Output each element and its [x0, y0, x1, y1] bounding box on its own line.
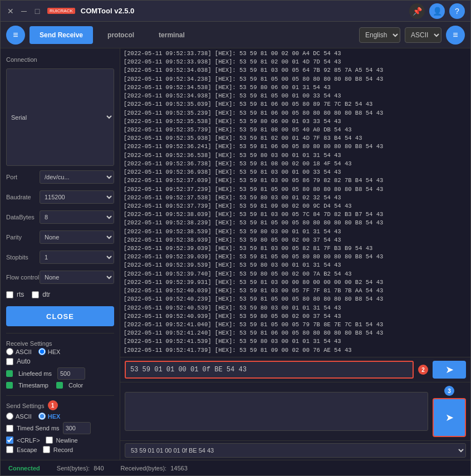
- send-hex-radio[interactable]: [38, 413, 46, 420]
- right-panel: [2022-05-11 09:52:33.738] [HEX]: 53 59 8…: [120, 48, 470, 460]
- sent-label: Sent(bytes):: [57, 465, 90, 472]
- dtr-checkbox[interactable]: [32, 291, 39, 298]
- titlebar-left: ✕ ─ □ RUICRACK COMTool v2.5.0: [6, 7, 134, 16]
- record-checkbox[interactable]: [43, 446, 50, 453]
- linefeed-input[interactable]: [57, 367, 85, 380]
- log-line: [2022-05-11 09:52:40.239] [HEX]: 53 59 8…: [124, 295, 467, 303]
- terminal-tab[interactable]: terminal: [149, 26, 195, 44]
- receive-hex-label: HEX: [48, 349, 61, 355]
- log-line: [2022-05-11 09:52:37.239] [HEX]: 53 59 8…: [124, 185, 467, 194]
- newline-checkbox-row: Newline: [46, 436, 78, 444]
- titlebar: ✕ ─ □ RUICRACK COMTool v2.5.0 📌 👤 ?: [1, 1, 470, 22]
- send-textarea[interactable]: [125, 392, 428, 431]
- titlebar-right: 📌 👤 ?: [409, 3, 465, 19]
- connection-type-select[interactable]: Serial: [6, 68, 114, 166]
- menu-button[interactable]: ≡: [6, 26, 25, 45]
- port-select[interactable]: /dev/cu...: [40, 170, 114, 184]
- baudrate-label: Baudrate: [6, 194, 40, 200]
- newline-checkbox[interactable]: [46, 436, 53, 444]
- rts-checkbox[interactable]: [6, 291, 13, 298]
- menu-right-button[interactable]: ≡: [446, 26, 465, 45]
- close-window-button[interactable]: ✕: [6, 7, 15, 16]
- parity-select[interactable]: None: [40, 230, 114, 244]
- log-line: [2022-05-11 09:52:39.740] [HEX]: 53 59 8…: [124, 270, 467, 278]
- hex-input[interactable]: [125, 361, 414, 379]
- sent-value: 840: [94, 465, 104, 472]
- protocol-tab[interactable]: protocol: [97, 26, 144, 44]
- stopbits-select[interactable]: 1: [40, 251, 114, 264]
- receive-hex-radio[interactable]: [38, 348, 46, 355]
- log-line: [2022-05-11 09:52:37.039] [HEX]: 53 59 8…: [124, 176, 467, 185]
- received-value: 14563: [170, 465, 188, 472]
- language-select[interactable]: English: [359, 27, 400, 43]
- port-label: Port: [6, 174, 40, 180]
- close-connection-button[interactable]: CLOSE: [6, 306, 114, 326]
- databytes-label: DataBytes: [6, 214, 40, 220]
- menu-icon: ≡: [13, 30, 18, 40]
- escape-checkbox-row: Escape: [6, 446, 37, 453]
- escape-checkbox[interactable]: [6, 446, 13, 453]
- log-line: [2022-05-11 09:52:35.039] [HEX]: 53 59 8…: [124, 100, 467, 109]
- flowcontrol-select[interactable]: None: [40, 271, 114, 284]
- linefeed-value-row: Linefeed ms: [6, 367, 114, 380]
- log-line: [2022-05-11 09:52:37.538] [HEX]: 53 59 8…: [124, 194, 467, 202]
- send-hex-label: HEX: [48, 413, 61, 420]
- receive-settings-section: Receive Settings ASCII HEX Auto: [6, 333, 114, 389]
- auto-checkbox[interactable]: [6, 358, 13, 365]
- stopbits-row: Stopbits 1: [6, 251, 114, 264]
- user-icon[interactable]: 👤: [429, 3, 445, 19]
- minimize-window-button[interactable]: ─: [19, 7, 28, 16]
- stopbits-label: Stopbits: [6, 254, 40, 261]
- receive-ascii-label: ASCII: [16, 349, 32, 355]
- baudrate-select[interactable]: 115200: [40, 190, 114, 204]
- log-line: [2022-05-11 09:52:40.539] [HEX]: 53 59 8…: [124, 304, 467, 312]
- timestamp-color-row: Timestamp Color: [6, 382, 114, 389]
- log-line: [2022-05-11 09:52:38.939] [HEX]: 53 59 8…: [124, 236, 467, 244]
- log-line: [2022-05-11 09:52:40.039] [HEX]: 53 59 8…: [124, 287, 467, 295]
- log-line: [2022-05-11 09:52:39.931] [HEX]: 53 59 8…: [124, 278, 467, 287]
- timed-send-row: Timed Send ms: [6, 422, 114, 434]
- rts-checkbox-row: rts: [6, 291, 24, 298]
- log-line: [2022-05-11 09:52:38.039] [HEX]: 53 59 8…: [124, 210, 467, 219]
- timed-send-input[interactable]: [63, 422, 91, 434]
- dtr-checkbox-row: dtr: [32, 291, 50, 298]
- log-line: [2022-05-11 09:52:39.539] [HEX]: 53 59 8…: [124, 261, 467, 269]
- received-label: Received(bytes):: [121, 465, 167, 472]
- rts-label: rts: [17, 291, 24, 298]
- log-line: [2022-05-11 09:52:41.739] [HEX]: 53 59 8…: [124, 346, 467, 355]
- log-line: [2022-05-11 09:52:34.938] [HEX]: 53 59 8…: [124, 92, 467, 100]
- crlf-checkbox[interactable]: [6, 436, 13, 444]
- send-settings-badge-1: 1: [48, 400, 58, 410]
- pin-icon[interactable]: 📌: [409, 3, 425, 19]
- menu-right-icon: ≡: [453, 30, 458, 40]
- escape-record-row: Escape Record: [6, 446, 114, 454]
- port-row: Port /dev/cu...: [6, 170, 114, 184]
- timestamp-label: Timestamp: [18, 382, 48, 389]
- send-receive-tab[interactable]: Send Receive: [30, 26, 93, 44]
- receive-ascii-radio[interactable]: [6, 348, 13, 355]
- history-select[interactable]: 53 59 01 01 00 01 0f BE 54 43: [125, 443, 466, 458]
- send-ascii-radio[interactable]: [6, 413, 13, 420]
- send-top-button[interactable]: ➤: [433, 361, 466, 379]
- newline-label: Newline: [56, 437, 78, 444]
- databytes-select[interactable]: 8: [40, 210, 114, 224]
- timed-send-checkbox[interactable]: [6, 425, 13, 432]
- connection-status: Connected: [8, 465, 40, 472]
- timed-send-label: Timed Send ms: [17, 425, 60, 431]
- flowcontrol-label: Flow control: [6, 274, 40, 281]
- log-line: [2022-05-11 09:52:38.239] [HEX]: 53 59 8…: [124, 219, 467, 227]
- encoding-select[interactable]: ASCII: [405, 27, 441, 43]
- crlf-checkbox-row: <CRLF>: [6, 436, 40, 444]
- send-ascii-label: ASCII: [16, 413, 32, 420]
- titlebar-controls: ✕ ─ □: [6, 7, 42, 16]
- send-format-radio-group: ASCII HEX: [6, 413, 114, 420]
- maximize-window-button[interactable]: □: [33, 7, 42, 16]
- bottom-dropdown-row: 53 59 01 01 00 01 0f BE 54 43: [120, 440, 470, 460]
- log-line: [2022-05-11 09:52:34.538] [HEX]: 53 59 8…: [124, 84, 467, 92]
- parity-label: Parity: [6, 234, 40, 241]
- send-main-button[interactable]: ➤: [433, 398, 466, 437]
- log-line: [2022-05-11 09:52:39.039] [HEX]: 53 59 8…: [124, 244, 467, 253]
- linefeed-label: Linefeed ms: [18, 370, 52, 377]
- help-icon[interactable]: ?: [449, 3, 465, 19]
- send-area-badge: 3: [444, 386, 454, 396]
